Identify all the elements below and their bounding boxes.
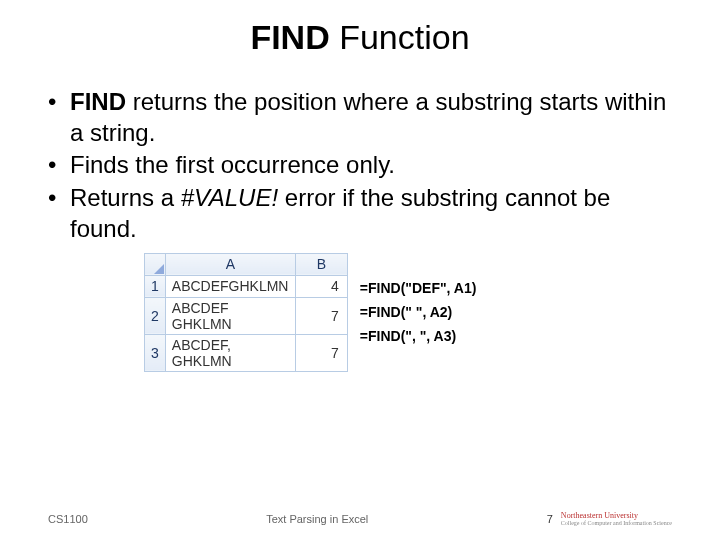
bullet-bold: FIND [70,88,126,115]
title-bold: FIND [250,18,329,56]
row-number: 3 [145,334,166,371]
table-row: 3 ABCDEF, GHKLMN 7 [145,334,348,371]
bullet-text: Finds the first occurrence only. [70,151,395,178]
title-rest: Function [330,18,470,56]
cell-A2: ABCDEF GHKLMN [165,297,295,334]
bullet-item: Finds the first occurrence only. [70,150,672,181]
cell-A3: ABCDEF, GHKLMN [165,334,295,371]
logo-sub: College of Computer and Information Scie… [561,520,672,526]
page-number: 7 [547,513,553,525]
excel-table: A B 1 ABCDEFGHKLMN 4 2 ABCDEF GHKLMN 7 3… [144,253,348,372]
logo-main: Northeastern University [561,511,638,520]
cell-B3: 7 [295,334,347,371]
col-header-A: A [165,253,295,275]
col-header-B: B [295,253,347,275]
footer-left: CS1100 [48,513,88,525]
slide: FIND Function FIND returns the position … [0,0,720,540]
header-row: A B [145,253,348,275]
table-row: 1 ABCDEFGHKLMN 4 [145,275,348,297]
university-logo: Northeastern University College of Compu… [561,512,672,526]
excel-area: A B 1 ABCDEFGHKLMN 4 2 ABCDEF GHKLMN 7 3… [144,253,672,372]
slide-title: FIND Function [48,18,672,57]
corner-triangle-icon [154,264,164,274]
formula-list: =FIND("DEF", A1) =FIND(" ", A2) =FIND(",… [360,253,477,347]
bullet-italic: #VALUE! [181,184,278,211]
table-row: 2 ABCDEF GHKLMN 7 [145,297,348,334]
formula-text: =FIND(", ", A3) [360,325,477,347]
row-number: 1 [145,275,166,297]
footer-center: Text Parsing in Excel [88,513,547,525]
formula-text: =FIND(" ", A2) [360,301,477,323]
footer: CS1100 Text Parsing in Excel 7 Northeast… [0,512,720,526]
cell-B2: 7 [295,297,347,334]
bullet-item: Returns a #VALUE! error if the substring… [70,183,672,244]
cell-B1: 4 [295,275,347,297]
cell-A1: ABCDEFGHKLMN [165,275,295,297]
bullet-item: FIND returns the position where a substr… [70,87,672,148]
bullet-text: Returns a [70,184,181,211]
row-number: 2 [145,297,166,334]
footer-right: 7 Northeastern University College of Com… [547,512,672,526]
select-all-corner [145,253,166,275]
bullet-text: returns the position where a substring s… [70,88,666,146]
formula-text: =FIND("DEF", A1) [360,277,477,299]
bullet-list: FIND returns the position where a substr… [48,87,672,245]
